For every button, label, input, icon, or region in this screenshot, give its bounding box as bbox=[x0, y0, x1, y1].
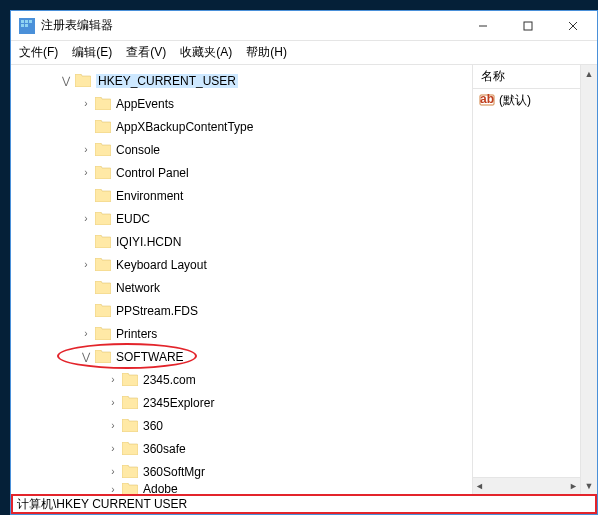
tree-item-controlpanel[interactable]: ›Control Panel bbox=[11, 161, 472, 184]
window-title: 注册表编辑器 bbox=[41, 17, 460, 34]
tree-label: Keyboard Layout bbox=[116, 258, 207, 272]
tree-label: 2345Explorer bbox=[143, 396, 214, 410]
list-vscroll[interactable]: ▲ ▼ bbox=[580, 65, 597, 494]
maximize-button[interactable] bbox=[505, 12, 550, 40]
expander-icon[interactable]: › bbox=[106, 465, 120, 479]
tree-item-ppstreamfds[interactable]: PPStream.FDS bbox=[11, 299, 472, 322]
menu-edit[interactable]: 编辑(E) bbox=[72, 44, 112, 61]
list-header-name[interactable]: 名称 bbox=[473, 65, 580, 89]
folder-icon bbox=[122, 465, 138, 478]
tree-item-appxbackupcontenttype[interactable]: AppXBackupContentType bbox=[11, 115, 472, 138]
menu-view[interactable]: 查看(V) bbox=[126, 44, 166, 61]
expander-icon[interactable]: › bbox=[106, 396, 120, 410]
minimize-button[interactable] bbox=[460, 12, 505, 40]
tree-item-printers[interactable]: ›Printers bbox=[11, 322, 472, 345]
regedit-window: 注册表编辑器 文件(F) 编辑(E) 查看(V) 收藏夹(A) 帮助(H) ⋁H… bbox=[10, 10, 598, 515]
tree-label: Environment bbox=[116, 189, 183, 203]
tree-item-iqiyihcdn[interactable]: IQIYI.HCDN bbox=[11, 230, 472, 253]
scroll-down-button[interactable]: ▼ bbox=[581, 477, 597, 494]
tree-panel[interactable]: ⋁HKEY_CURRENT_USER›AppEventsAppXBackupCo… bbox=[11, 65, 472, 494]
folder-icon bbox=[95, 143, 111, 156]
svg-rect-4 bbox=[21, 24, 24, 27]
menu-file[interactable]: 文件(F) bbox=[19, 44, 58, 61]
expander-icon[interactable] bbox=[79, 120, 93, 134]
folder-icon bbox=[95, 212, 111, 225]
list-hscroll[interactable]: ◄► bbox=[473, 477, 580, 494]
folder-icon bbox=[95, 189, 111, 202]
tree-label: Control Panel bbox=[116, 166, 189, 180]
expander-icon[interactable] bbox=[79, 304, 93, 318]
folder-icon bbox=[95, 281, 111, 294]
window-controls bbox=[460, 12, 595, 40]
expander-icon[interactable]: › bbox=[106, 419, 120, 433]
tree-label: 360safe bbox=[143, 442, 186, 456]
tree-label: 360SoftMgr bbox=[143, 465, 205, 479]
svg-rect-3 bbox=[29, 20, 32, 23]
column-name-label: 名称 bbox=[481, 68, 505, 85]
tree-item-appevents[interactable]: ›AppEvents bbox=[11, 92, 472, 115]
list-body[interactable]: ab (默认) bbox=[473, 89, 580, 477]
expander-icon[interactable] bbox=[79, 189, 93, 203]
tree-item-hkeycurrentuser[interactable]: ⋁HKEY_CURRENT_USER bbox=[11, 69, 472, 92]
expander-icon[interactable]: › bbox=[79, 258, 93, 272]
tree-label: PPStream.FDS bbox=[116, 304, 198, 318]
content-area: ⋁HKEY_CURRENT_USER›AppEventsAppXBackupCo… bbox=[11, 65, 597, 494]
svg-rect-5 bbox=[25, 24, 28, 27]
expander-icon[interactable]: ⋁ bbox=[59, 74, 73, 88]
string-value-icon: ab bbox=[479, 92, 495, 108]
tree-item-eudc[interactable]: ›EUDC bbox=[11, 207, 472, 230]
expander-icon[interactable]: ⋁ bbox=[79, 350, 93, 364]
tree-item-2345explorer[interactable]: ›2345Explorer bbox=[11, 391, 472, 414]
svg-rect-1 bbox=[21, 20, 24, 23]
tree-item-360softmgr[interactable]: ›360SoftMgr bbox=[11, 460, 472, 483]
folder-icon bbox=[95, 120, 111, 133]
close-button[interactable] bbox=[550, 12, 595, 40]
menubar: 文件(F) 编辑(E) 查看(V) 收藏夹(A) 帮助(H) bbox=[11, 41, 597, 65]
tree-label: AppXBackupContentType bbox=[116, 120, 253, 134]
app-icon bbox=[19, 18, 35, 34]
menu-favorites[interactable]: 收藏夹(A) bbox=[180, 44, 232, 61]
expander-icon[interactable] bbox=[79, 281, 93, 295]
expander-icon[interactable]: › bbox=[79, 166, 93, 180]
folder-icon bbox=[95, 327, 111, 340]
list-row-default[interactable]: ab (默认) bbox=[473, 89, 580, 111]
expander-icon[interactable]: › bbox=[79, 327, 93, 341]
tree-label: Console bbox=[116, 143, 160, 157]
folder-icon bbox=[95, 304, 111, 317]
expander-icon[interactable] bbox=[79, 235, 93, 249]
folder-icon bbox=[122, 396, 138, 409]
tree-item-environment[interactable]: Environment bbox=[11, 184, 472, 207]
expander-icon[interactable]: › bbox=[106, 373, 120, 387]
tree-label: Printers bbox=[116, 327, 157, 341]
tree-item-software[interactable]: ⋁SOFTWARE bbox=[11, 345, 472, 368]
list-row-label: (默认) bbox=[499, 92, 531, 109]
expander-icon[interactable]: › bbox=[79, 97, 93, 111]
statusbar: 计算机\HKEY CURRENT USER bbox=[11, 494, 597, 514]
folder-icon bbox=[95, 235, 111, 248]
tree-item-keyboardlayout[interactable]: ›Keyboard Layout bbox=[11, 253, 472, 276]
tree-item-console[interactable]: ›Console bbox=[11, 138, 472, 161]
expander-icon[interactable]: › bbox=[106, 442, 120, 456]
tree-item-adobe[interactable]: ›Adobe bbox=[11, 483, 472, 494]
expander-icon[interactable]: › bbox=[106, 482, 120, 494]
scroll-up-button[interactable]: ▲ bbox=[581, 65, 597, 82]
menu-help[interactable]: 帮助(H) bbox=[246, 44, 287, 61]
expander-icon[interactable]: › bbox=[79, 143, 93, 157]
svg-rect-7 bbox=[524, 22, 532, 30]
tree-item-360[interactable]: ›360 bbox=[11, 414, 472, 437]
tree-item-360safe[interactable]: ›360safe bbox=[11, 437, 472, 460]
folder-icon bbox=[95, 350, 111, 363]
tree-item-2345com[interactable]: ›2345.com bbox=[11, 368, 472, 391]
tree-label: IQIYI.HCDN bbox=[116, 235, 181, 249]
tree-item-network[interactable]: Network bbox=[11, 276, 472, 299]
folder-icon bbox=[122, 373, 138, 386]
folder-icon bbox=[95, 97, 111, 110]
tree-label: EUDC bbox=[116, 212, 150, 226]
folder-icon bbox=[95, 258, 111, 271]
tree-label: SOFTWARE bbox=[116, 350, 184, 364]
tree-label: AppEvents bbox=[116, 97, 174, 111]
expander-icon[interactable]: › bbox=[79, 212, 93, 226]
statusbar-path: 计算机\HKEY CURRENT USER bbox=[17, 496, 187, 513]
tree-label: Network bbox=[116, 281, 160, 295]
svg-rect-2 bbox=[25, 20, 28, 23]
